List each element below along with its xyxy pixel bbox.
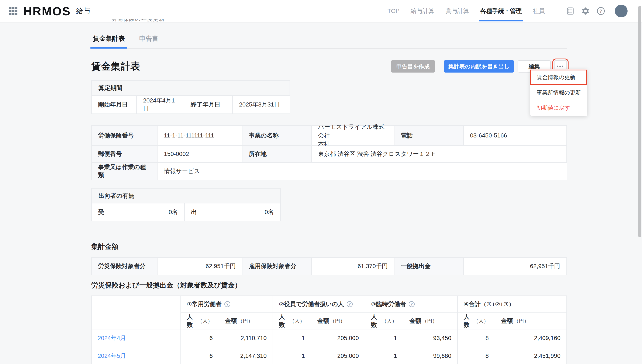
subheader-unit: （円） (514, 318, 529, 324)
field-value: 62,951千円 (464, 258, 566, 275)
calc-period-title: 算定期間 (92, 81, 289, 96)
count-value: 8 (458, 347, 495, 364)
count-header: 人数（人） (181, 313, 219, 330)
group-label: ④合計（①+②+③） (464, 300, 515, 308)
amount-header: 金額（円） (311, 313, 365, 330)
nav-divider (557, 6, 557, 16)
field-value: 11-1-11-111111-111 (158, 126, 242, 146)
subheader-label: 人数 (371, 313, 381, 329)
page-title: 賃金集計表 (91, 60, 140, 73)
subheader-unit: （人） (473, 318, 489, 324)
amount-value: 2,110,710 (219, 330, 273, 347)
month-link[interactable]: 2024年4月 (98, 334, 126, 342)
field-label: 労働保険番号 (92, 126, 158, 146)
calc-period-table: 開始年月日2024年4月1日終了年月日2025年3月31日 (92, 96, 289, 114)
svg-text:?: ? (411, 302, 413, 306)
user-avatar[interactable] (615, 5, 627, 18)
field-help-icon[interactable]: ? (347, 301, 353, 307)
nav-item[interactable]: 社員 (533, 7, 545, 15)
field-label: 終了年月日 (184, 96, 233, 114)
count-value: 1 (273, 347, 311, 364)
group-label: ②役員で労働者扱いの人 (279, 300, 344, 308)
count-value: 6 (181, 330, 219, 347)
tasks-icon[interactable] (565, 6, 576, 16)
top-bar: HRMOS 給与 TOP給与計算賞与計算各種手続・管理社員 (0, 0, 642, 22)
field-label: 受 (92, 204, 136, 221)
wage-table-card: ①常用労働者?②役員で労働者扱いの人?③臨時労働者?④合計（①+②+③）人数（人… (91, 296, 567, 364)
office-info-card: 労働保険番号11-1-11-111111-111事業の名称ハーモストライアル株式… (91, 125, 567, 180)
count-value: 1 (273, 330, 311, 347)
subheader-label: 人数 (187, 313, 197, 329)
count-value: 1 (365, 330, 403, 347)
totals-table: 労災保険対象者分62,951千円雇用保険対象者分61,370千円一般拠出金62,… (92, 258, 566, 275)
menu-item[interactable]: 初期値に戻す (530, 100, 587, 116)
wage-table: ①常用労働者?②役員で労働者扱いの人?③臨時労働者?④合計（①+②+③）人数（人… (92, 296, 566, 364)
amount-header: 金額（円） (219, 313, 273, 330)
subheader-label: 金額 (317, 317, 329, 325)
count-value: 8 (458, 330, 495, 347)
app-window: HRMOS 給与 TOP給与計算賞与計算各種手続・管理社員 (0, 0, 642, 364)
subheader-unit: （円） (330, 318, 345, 324)
field-value: 0名 (136, 204, 185, 221)
count-header: 人数（人） (458, 313, 495, 330)
amount-value: 2,409,160 (495, 330, 566, 347)
field-help-icon[interactable]: ? (224, 301, 231, 307)
amount-value: 99,680 (403, 347, 458, 364)
field-label: 事業又は作業の種類 (92, 163, 158, 180)
amount-header: 金額（円） (403, 313, 458, 330)
main-nav: TOP給与計算賞与計算各種手続・管理社員 (388, 7, 545, 15)
secondment-table: 受0名出0名 (92, 204, 280, 221)
field-value: 03-6450-5166 (464, 126, 567, 146)
field-value: 150-0002 (158, 146, 242, 163)
app-grid-icon[interactable] (9, 7, 18, 15)
help-icon[interactable]: ? (595, 6, 606, 16)
export-breakdown-button[interactable]: 集計表の内訳を書き出し (444, 60, 514, 72)
nav-item[interactable]: 各種手続・管理 (480, 7, 522, 15)
month-link[interactable]: 2024年5月 (98, 352, 126, 360)
svg-text:?: ? (599, 8, 602, 14)
menu-item[interactable]: 賃金情報の更新 (530, 70, 587, 85)
amount-value: 205,000 (311, 330, 365, 347)
nav-item[interactable]: 賞与計算 (445, 7, 469, 15)
secondment-title: 出向者の有無 (92, 188, 280, 204)
group-header: ③臨時労働者? (365, 296, 458, 313)
calc-period-card: 算定期間 開始年月日2024年4月1日終了年月日2025年3月31日 (91, 80, 290, 114)
settings-icon[interactable] (580, 6, 591, 16)
group-header: ①常用労働者? (181, 296, 273, 313)
totals-card: 労災保険対象者分62,951千円雇用保険対象者分61,370千円一般拠出金62,… (91, 257, 567, 275)
subheader-unit: （円） (238, 318, 253, 324)
totals-heading: 集計金額 (91, 242, 567, 251)
field-label: 出 (185, 204, 233, 221)
subheader-label: 金額 (501, 317, 513, 325)
vertical-scrollbar[interactable] (638, 6, 641, 237)
count-header: 人数（人） (273, 313, 311, 330)
amount-header: 金額（円） (495, 313, 566, 330)
amount-value: 93,450 (403, 330, 458, 347)
nav-item[interactable]: TOP (388, 8, 400, 14)
count-header: 人数（人） (365, 313, 403, 330)
subheader-unit: （人） (289, 318, 305, 324)
field-value: 情報サービス (158, 163, 567, 180)
field-help-icon[interactable]: ? (409, 301, 415, 307)
title-row: 賃金集計表 申告書を作成 集計表の内訳を書き出し 編集 ••• (91, 58, 567, 75)
menu-item[interactable]: 事業所情報の更新 (530, 85, 587, 100)
create-report-button: 申告書を作成 (391, 60, 435, 72)
secondment-card: 出向者の有無 受0名出0名 (91, 188, 281, 221)
subheader-unit: （円） (422, 318, 437, 324)
amount-value: 2,451,990 (495, 347, 566, 364)
subheader-label: 金額 (225, 317, 237, 325)
month-cell: 2024年4月 (92, 330, 181, 347)
subheader-unit: （人） (197, 318, 213, 324)
field-value: 61,370千円 (312, 258, 395, 275)
nav-item[interactable]: 給与計算 (411, 7, 434, 15)
field-value: 東京都 渋谷区 渋谷 渋谷クロスタワー１２Ｆ (312, 146, 567, 163)
field-value: 2024年4月1日 (137, 96, 184, 114)
field-label: 一般拠出金 (395, 258, 464, 275)
tab-inactive[interactable]: 申告書 (138, 32, 160, 48)
amount-value: 205,000 (311, 347, 365, 364)
subheader-label: 金額 (409, 317, 421, 325)
group-header: ④合計（①+②+③） (458, 296, 566, 313)
field-label: 開始年月日 (92, 96, 137, 114)
tab-active[interactable]: 賃金集計表 (91, 32, 127, 48)
main-content: 賃金集計表申告書 賃金集計表 申告書を作成 集計表の内訳を書き出し 編集 •••… (0, 32, 567, 364)
